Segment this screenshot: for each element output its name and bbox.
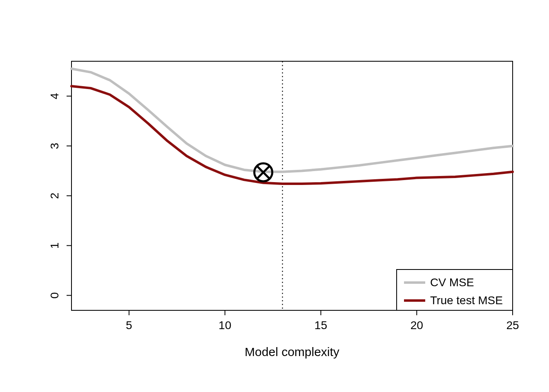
legend-label: CV MSE [430,276,474,289]
series-line-0 [71,69,513,172]
x-tick-label: 15 [315,319,327,332]
chart-container: 51015202501234Model complexityCV MSETrue… [0,0,549,392]
y-tick-label: 4 [48,93,61,100]
y-tick-label: 1 [48,243,61,249]
x-tick-label: 10 [219,319,231,332]
x-tick-label: 25 [506,319,519,332]
chart-svg: 51015202501234Model complexityCV MSETrue… [0,0,549,392]
y-tick-label: 3 [48,143,61,149]
x-tick-label: 5 [126,319,132,332]
x-tick-label: 20 [411,319,423,332]
y-tick-label: 0 [48,292,61,299]
y-tick-label: 2 [48,193,61,199]
legend-label: True test MSE [430,294,503,307]
x-axis-title: Model complexity [245,345,339,359]
